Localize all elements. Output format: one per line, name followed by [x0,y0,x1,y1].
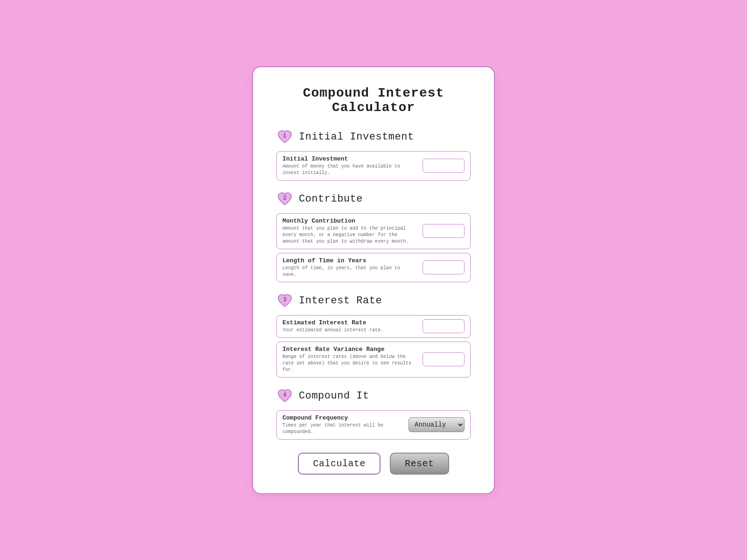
svg-text:1: 1 [283,133,287,140]
variance-range-label-group: Interest Rate Variance Range Range of in… [282,346,423,373]
section-1-header: 1 Initial Investment [276,129,471,146]
interest-rate-field-row: Estimated Interest Rate Your estimated a… [276,315,471,338]
heart-badge-2: 2 [276,191,293,208]
section-3-header: 3 Interest Rate [276,293,471,309]
initial-investment-label: Initial Investment [282,155,423,162]
calculate-button[interactable]: Calculate [298,453,381,475]
initial-investment-field-row: Initial Investment Amount of money that … [276,151,471,181]
variance-range-label: Interest Rate Variance Range [282,346,423,353]
section-interest-rate: 3 Interest Rate Estimated Interest Rate … [276,293,471,378]
svg-text:2: 2 [283,195,287,202]
initial-investment-input[interactable] [423,159,465,173]
length-of-time-desc: Length of time, in years, that you plan … [282,265,413,278]
heart-badge-3: 3 [276,293,293,309]
length-of-time-label-group: Length of Time in Years Length of time, … [282,257,423,278]
variance-range-desc: Range of interest rates (above and below… [282,354,413,373]
compound-frequency-select[interactable]: Annually Semi-Annually Quarterly Monthly… [409,417,465,432]
monthly-contribution-label-group: Monthly Contribution Amount that you pla… [282,217,423,245]
length-of-time-input[interactable] [423,260,465,274]
page-title: Compound Interest Calculator [276,86,471,115]
interest-rate-label-group: Estimated Interest Rate Your estimated a… [282,319,423,334]
monthly-contribution-input[interactable] [423,224,465,238]
compound-frequency-desc: Times per year that interest will be com… [282,422,409,435]
svg-text:4: 4 [283,392,287,399]
section-contribute: 2 Contribute Monthly Contribution Amount… [276,191,471,282]
initial-investment-label-group: Initial Investment Amount of money that … [282,155,423,176]
buttons-row: Calculate Reset [276,453,471,475]
length-of-time-label: Length of Time in Years [282,257,423,264]
variance-range-field-row: Interest Rate Variance Range Range of in… [276,342,471,378]
initial-investment-desc: Amount of money that you have available … [282,163,413,176]
section-3-title: Interest Rate [299,295,382,307]
section-4-header: 4 Compound It [276,388,471,405]
interest-rate-desc: Your estimated annual interest rate. [282,327,413,334]
section-2-title: Contribute [299,193,363,205]
monthly-contribution-field-row: Monthly Contribution Amount that you pla… [276,213,471,249]
calculator-container: Compound Interest Calculator 1 Initial I… [252,66,495,494]
heart-badge-1: 1 [276,129,293,146]
monthly-contribution-label: Monthly Contribution [282,217,423,224]
section-2-header: 2 Contribute [276,191,471,208]
compound-frequency-label-group: Compound Frequency Times per year that i… [282,414,409,435]
compound-frequency-label: Compound Frequency [282,414,409,421]
reset-button[interactable]: Reset [390,453,449,475]
section-4-title: Compound It [299,390,369,402]
monthly-contribution-desc: Amount that you plan to add to the princ… [282,225,413,245]
interest-rate-input[interactable] [423,319,465,333]
interest-rate-label: Estimated Interest Rate [282,319,423,326]
variance-range-input[interactable] [423,352,465,366]
length-of-time-field-row: Length of Time in Years Length of time, … [276,253,471,282]
section-1-title: Initial Investment [299,131,414,143]
section-compound: 4 Compound It Compound Frequency Times p… [276,388,471,440]
svg-text:3: 3 [283,296,287,303]
heart-badge-4: 4 [276,388,293,405]
compound-frequency-field-row: Compound Frequency Times per year that i… [276,410,471,440]
section-initial-investment: 1 Initial Investment Initial Investment … [276,129,471,181]
